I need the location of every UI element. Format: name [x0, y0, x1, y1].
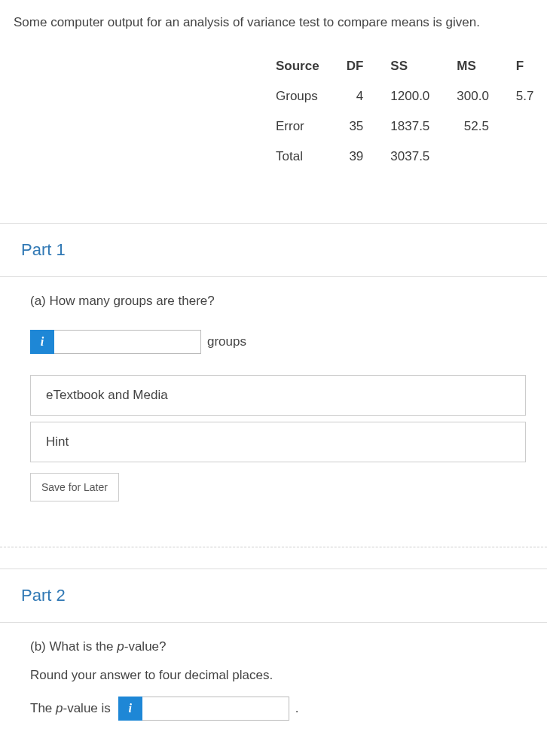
cell-ms: 300.0	[443, 81, 503, 111]
cell-f	[503, 142, 547, 172]
info-icon[interactable]: i	[30, 330, 54, 354]
cell-ss: 3037.5	[377, 142, 443, 172]
table-row: Error 35 1837.5 52.5	[262, 111, 547, 142]
intro-section: Some computer output for an analysis of …	[0, 0, 547, 202]
cell-f	[503, 111, 547, 142]
cell-ms	[443, 142, 503, 172]
part2-body: (b) What is the p-value? Round your answ…	[0, 622, 547, 737]
cell-ms: 52.5	[443, 111, 503, 142]
cell-ss: 1837.5	[377, 111, 443, 142]
info-icon[interactable]: i	[118, 697, 142, 721]
intro-text: Some computer output for an analysis of …	[14, 15, 533, 30]
part2-header: Part 2	[0, 569, 547, 622]
part1-header: Part 1	[0, 223, 547, 276]
cell-source: Total	[262, 142, 333, 172]
col-f: F	[503, 51, 547, 81]
part2-question: (b) What is the p-value?	[30, 639, 526, 654]
period: .	[295, 701, 299, 716]
save-for-later-button[interactable]: Save for Later	[30, 473, 119, 501]
part1-input-row: i groups	[30, 330, 526, 354]
col-ms: MS	[443, 51, 503, 81]
part2-instruction: Round your answer to four decimal places…	[30, 668, 526, 683]
a-prefix: The	[30, 701, 56, 715]
q-suffix: -value?	[124, 639, 167, 654]
anova-table: Source DF SS MS F Groups 4 1200.0 300.0 …	[262, 51, 547, 172]
cell-df: 39	[333, 142, 377, 172]
groups-input[interactable]	[54, 330, 201, 354]
col-source: Source	[262, 51, 333, 81]
table-header-row: Source DF SS MS F	[262, 51, 547, 81]
table-row: Total 39 3037.5	[262, 142, 547, 172]
hint-button[interactable]: Hint	[30, 422, 526, 462]
pvalue-label: The p-value is	[30, 701, 111, 716]
cell-source: Groups	[262, 81, 333, 111]
pvalue-input[interactable]	[142, 697, 289, 721]
col-df: DF	[333, 51, 377, 81]
cell-ss: 1200.0	[377, 81, 443, 111]
part1-question: (a) How many groups are there?	[30, 294, 526, 309]
part2-input-row: The p-value is i .	[30, 697, 526, 721]
part1-body: (a) How many groups are there? i groups …	[0, 276, 547, 547]
q-prefix: (b) What is the	[30, 639, 117, 654]
q-pvar: p	[117, 639, 124, 654]
col-ss: SS	[377, 51, 443, 81]
cell-source: Error	[262, 111, 333, 142]
table-row: Groups 4 1200.0 300.0 5.7	[262, 81, 547, 111]
cell-df: 4	[333, 81, 377, 111]
a-suffix: -value is	[63, 701, 111, 715]
groups-unit: groups	[207, 334, 246, 349]
cell-df: 35	[333, 111, 377, 142]
etextbook-button[interactable]: eTextbook and Media	[30, 375, 526, 416]
a-pvar: p	[56, 701, 63, 715]
cell-f: 5.7	[503, 81, 547, 111]
